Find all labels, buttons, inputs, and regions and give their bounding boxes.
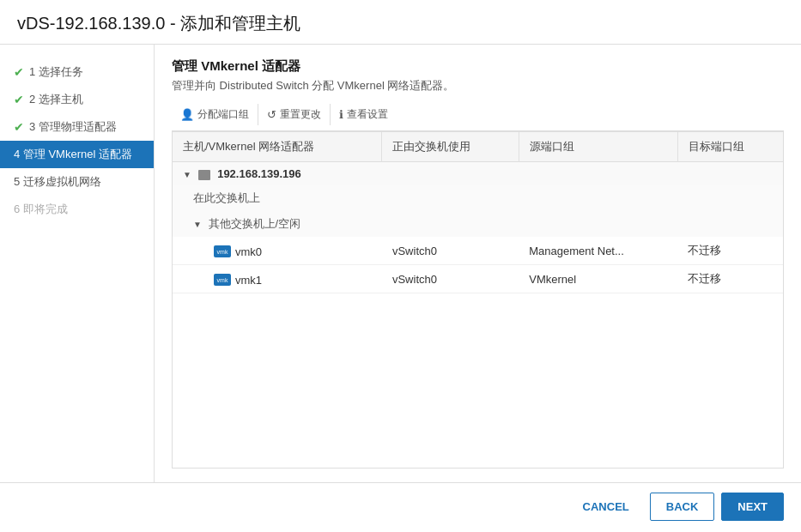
host-label: ▼ 192.168.139.196 [173, 162, 783, 186]
reset-changes-button[interactable]: ↺ 重置更改 [258, 104, 331, 125]
content-description: 管理并向 Distributed Switch 分配 VMkernel 网络适配… [172, 78, 784, 94]
page-title: vDS-192.168.139.0 - 添加和管理主机 [17, 12, 784, 35]
check-icon-3: ✔ [14, 120, 24, 134]
step-2-label: 2 选择主机 [29, 92, 83, 107]
adapters-table: 主机/VMkernel 网络适配器 正由交换机使用 源端口组 目标端口组 ▼ 1… [173, 132, 783, 293]
main-layout: ✔ 1 选择任务 ✔ 2 选择主机 ✔ 3 管理物理适配器 4 管理 VMker… [0, 45, 801, 482]
view-settings-label: 查看设置 [347, 107, 388, 122]
vmk1-name: vmk vmk1 [173, 265, 382, 293]
vmk1-target: 不迁移 [677, 265, 783, 293]
assign-portgroup-button[interactable]: 👤 分配端口组 [172, 104, 258, 125]
vmk0-name: vmk vmk0 [173, 237, 382, 265]
table-row[interactable]: vmk vmk0 vSwitch0 Management Net... 不迁移 [173, 237, 783, 265]
step-3-label: 3 管理物理适配器 [29, 119, 117, 135]
vmk1-inuse: vSwitch0 [382, 265, 519, 293]
sidebar-step-2[interactable]: ✔ 2 选择主机 [0, 86, 154, 113]
title-bar: vDS-192.168.139.0 - 添加和管理主机 [0, 0, 801, 45]
host-icon [198, 170, 210, 180]
other-switch-label: ▼ 其他交换机上/空闲 [173, 211, 783, 237]
col-adapter: 主机/VMkernel 网络适配器 [173, 132, 382, 162]
reset-changes-label: 重置更改 [280, 107, 321, 122]
table-header-row: 主机/VMkernel 网络适配器 正由交换机使用 源端口组 目标端口组 [173, 132, 783, 162]
vmk1-icon: vmk [214, 274, 231, 286]
back-button[interactable]: BACK [650, 493, 715, 521]
sidebar-step-4[interactable]: 4 管理 VMkernel 适配器 [0, 141, 154, 168]
footer: CANCEL BACK NEXT [0, 482, 801, 529]
sidebar: ✔ 1 选择任务 ✔ 2 选择主机 ✔ 3 管理物理适配器 4 管理 VMker… [0, 45, 155, 482]
assign-portgroup-icon: 👤 [180, 108, 194, 121]
table-container[interactable]: 主机/VMkernel 网络适配器 正由交换机使用 源端口组 目标端口组 ▼ 1… [172, 131, 784, 469]
col-in-use: 正由交换机使用 [382, 132, 519, 162]
content-header: 管理 VMkernel 适配器 管理并向 Distributed Switch … [172, 58, 784, 104]
vmk0-icon: vmk [214, 245, 231, 257]
expand-icon-other: ▼ [193, 220, 202, 229]
expand-icon: ▼ [183, 170, 191, 179]
sidebar-step-1[interactable]: ✔ 1 选择任务 [0, 58, 154, 86]
step-6-label: 6 即将完成 [14, 202, 68, 217]
sidebar-step-3[interactable]: ✔ 3 管理物理适配器 [0, 113, 154, 141]
col-source: 源端口组 [519, 132, 677, 162]
host-group-row: ▼ 192.168.139.196 [173, 162, 783, 186]
next-button[interactable]: NEXT [721, 493, 784, 521]
on-switch-label: 在此交换机上 [173, 185, 783, 211]
view-settings-icon: ℹ [339, 108, 343, 121]
check-icon-1: ✔ [14, 65, 24, 79]
vmk0-target: 不迁移 [677, 237, 783, 265]
view-settings-button[interactable]: ℹ 查看设置 [331, 104, 397, 125]
table-row[interactable]: vmk vmk1 vSwitch0 VMkernel 不迁移 [173, 265, 783, 293]
step-5-label: 5 迁移虚拟机网络 [14, 174, 101, 190]
cancel-button[interactable]: CANCEL [569, 493, 643, 520]
col-target: 目标端口组 [677, 132, 783, 162]
on-switch-row: 在此交换机上 [173, 185, 783, 211]
host-address: 192.168.139.196 [217, 167, 301, 180]
vmk0-source: Management Net... [519, 237, 677, 265]
sidebar-step-6: 6 即将完成 [0, 196, 154, 223]
content-heading: 管理 VMkernel 适配器 [172, 58, 784, 75]
sidebar-step-5[interactable]: 5 迁移虚拟机网络 [0, 168, 154, 196]
step-1-label: 1 选择任务 [29, 64, 83, 80]
step-4-label: 4 管理 VMkernel 适配器 [14, 147, 132, 162]
vmk1-source: VMkernel [519, 265, 677, 293]
vmk0-inuse: vSwitch0 [382, 237, 519, 265]
content-area: 管理 VMkernel 适配器 管理并向 Distributed Switch … [155, 45, 801, 482]
check-icon-2: ✔ [14, 93, 24, 106]
other-switch-row: ▼ 其他交换机上/空闲 [173, 211, 783, 237]
toolbar: 👤 分配端口组 ↺ 重置更改 ℹ 查看设置 [172, 104, 784, 131]
assign-portgroup-label: 分配端口组 [197, 107, 249, 122]
reset-changes-icon: ↺ [267, 108, 276, 121]
